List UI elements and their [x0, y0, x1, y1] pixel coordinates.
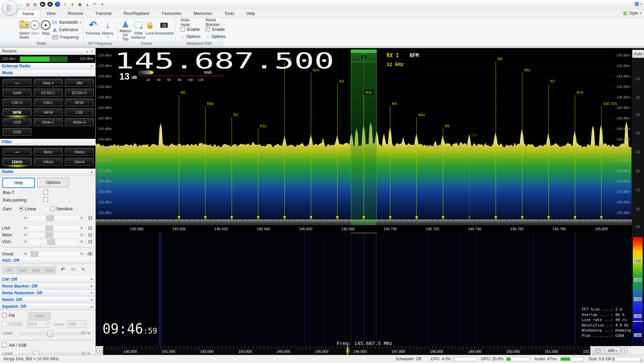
noise-blanker-enable-checkbox[interactable]	[206, 27, 210, 31]
agc-envelope-icon[interactable]: ✉	[71, 266, 75, 273]
data-packing-checkbox[interactable]	[43, 197, 48, 202]
previous-button[interactable]: ↶ Previous	[86, 19, 100, 41]
nav-scroll-left-button[interactable]: ◂	[96, 346, 103, 355]
slider-thumb[interactable]	[46, 215, 54, 221]
slider-thumb[interactable]	[45, 232, 53, 238]
filter-header[interactable]: Filter	[0, 139, 95, 146]
screenshot-button[interactable]: Screenshot	[155, 19, 174, 41]
tab-tools[interactable]: Tools	[218, 10, 240, 17]
life-ring-icon[interactable]: ◍	[25, 2, 30, 7]
mode-button-nfm[interactable]: NFM	[3, 108, 31, 116]
radio-options-button[interactable]: Options	[37, 178, 69, 187]
child-instance-button[interactable]: Child Instance	[131, 19, 145, 41]
tab-help[interactable]: Help	[240, 10, 261, 17]
agc-header[interactable]: AGC: Off	[0, 257, 95, 264]
tab-favourites[interactable]: Favourites	[156, 10, 187, 17]
mode-button-step[interactable]: Step ≡	[34, 79, 63, 87]
record-icon[interactable]: ■	[47, 2, 53, 7]
mode-button-sam[interactable]: SAM	[3, 89, 31, 97]
mode-button-cw-u[interactable]: CW-U	[3, 99, 31, 106]
agc-button-med[interactable]: Med	[29, 266, 42, 274]
spectrum-svg[interactable]: 1R0R0xR1R1xR2R2xR3R3xR4R4xR5R5xR6R6xR7R7…	[96, 48, 632, 232]
radio-collapse-icon[interactable]: ▴	[91, 169, 92, 175]
filter-button-8khz[interactable]: 8kHz	[34, 148, 63, 156]
section-header-notch-off[interactable]: Notch: Off▾	[0, 297, 95, 303]
mode-button-item[interactable]: •••	[3, 79, 31, 87]
am-ssb-checkbox[interactable]	[2, 343, 7, 347]
app-menu-button[interactable]	[3, 1, 18, 16]
tab-rec-playback[interactable]: Rec/Playback	[118, 10, 156, 17]
style-selector[interactable]: Style ▾	[623, 11, 641, 16]
filter-button-16khz[interactable]: 16kHz	[65, 158, 94, 166]
calibration-button[interactable]: Calibration	[52, 27, 81, 33]
collapse-icon[interactable]: ▴	[86, 48, 88, 55]
mode-button-bfm[interactable]: BFM	[65, 99, 94, 106]
tab-view[interactable]: View	[40, 10, 62, 17]
filter-button-12khz[interactable]: 12kHz	[3, 158, 31, 166]
radio-section-header[interactable]: Radio ▴	[0, 169, 95, 175]
mode-button-dsb[interactable]: DSB	[3, 128, 31, 136]
home-icon[interactable]: ⌂	[18, 2, 23, 7]
slider-track[interactable]	[28, 225, 78, 232]
mode-button-wfm[interactable]: WFM	[34, 108, 63, 116]
agc-button-slow[interactable]: Slow	[43, 266, 56, 274]
bandwidth-button[interactable]: Bandwidth ▾	[52, 19, 81, 26]
add-icon[interactable]: +	[55, 2, 60, 7]
auto-range-button[interactable]: Auto	[632, 50, 644, 58]
ctcss-checkbox[interactable]	[2, 322, 7, 326]
slider-thumb[interactable]	[30, 251, 39, 257]
am-level-thumb[interactable]	[33, 351, 39, 355]
nav-zoom-button[interactable]: x50 ▸	[605, 347, 620, 354]
noise-blanker-options-row[interactable]: ☼ Options	[206, 34, 225, 39]
qat-dropdown-icon[interactable]: ▾	[99, 2, 105, 7]
nav-keyboard-button[interactable]	[592, 347, 603, 354]
fm-auto-button[interactable]: Auto	[28, 312, 51, 320]
agc-undo-icon[interactable]: ↶	[61, 266, 65, 273]
automute-options-row[interactable]: ☼ Options	[181, 34, 200, 39]
tab-home[interactable]: Home	[16, 10, 40, 17]
external-radio-expand-icon[interactable]: ▾	[91, 63, 92, 69]
section-header-cw-off[interactable]: CW: Off▾	[0, 276, 95, 283]
resize-grip[interactable]	[640, 359, 643, 362]
ctcss-level-select[interactable]: 5dB▾	[67, 321, 87, 328]
always-on-top-button[interactable]: Always On Top	[119, 19, 131, 41]
ctcss-tone-select[interactable]: 67.0▾	[27, 321, 49, 328]
filter-button-10khz[interactable]: 10kHz	[65, 148, 94, 156]
fm-checkbox[interactable]	[2, 313, 7, 318]
slider-thumb[interactable]	[47, 239, 55, 245]
lock-icon[interactable]: ▮	[70, 2, 75, 7]
fm-level-slider[interactable]	[19, 333, 81, 335]
titlebar-app-icon[interactable]	[635, 2, 639, 6]
select-radio-button[interactable]: Select Radio	[19, 19, 30, 41]
agc-edit-icon[interactable]: ✎	[81, 266, 86, 273]
section-header-noise-blanker-off[interactable]: Noise Blanker: Off▾	[0, 283, 95, 290]
agc-button-off[interactable]: Off	[2, 266, 15, 274]
slider-track[interactable]	[28, 232, 78, 238]
open-folder-icon[interactable]: ▤	[32, 2, 38, 7]
mode-button-ecss-u[interactable]: ECSS-U	[65, 89, 94, 97]
automute-enable-checkbox[interactable]	[181, 27, 185, 31]
slider-thumb[interactable]	[45, 226, 53, 231]
mode-button-wide-u[interactable]: Wide-U	[65, 118, 94, 126]
mode-header[interactable]: Mode	[0, 70, 95, 77]
fm-level-thumb[interactable]	[47, 330, 53, 337]
close-icon[interactable]: ×	[91, 48, 93, 55]
stop-button[interactable]: ■ Stop	[40, 19, 51, 41]
antenna-icon[interactable]: ▲	[85, 2, 90, 7]
section-header-noise-reduction-off[interactable]: Noise Reduction: Off▾	[0, 290, 95, 297]
spectrum-display[interactable]: 1R0R0xR1R1xR2R2xR3R3xR4R4xR5R5xR6R6xR7R7…	[96, 48, 632, 232]
help-button[interactable]: Help	[2, 178, 35, 188]
mode-button-lsb[interactable]: LSB	[65, 108, 94, 116]
camera-icon[interactable]: ◉	[77, 2, 83, 7]
slider-track[interactable]	[28, 239, 78, 245]
receive-panel-header[interactable]: Receive ▴ ×	[0, 48, 95, 55]
slider-track[interactable]	[28, 251, 78, 257]
tab-memories[interactable]: Memories	[187, 10, 218, 17]
slider-track[interactable]	[28, 215, 78, 221]
filter-button-14khz[interactable]: 14kHz	[34, 158, 63, 166]
start-button[interactable]: ▶ Start	[30, 19, 41, 41]
lock-button[interactable]: Lock	[145, 19, 155, 41]
history-button[interactable]: ↓ History ▾	[100, 19, 115, 41]
nav-scroll-right-button[interactable]: ▸	[622, 348, 627, 354]
favourite-star-icon[interactable]: ★	[62, 2, 68, 7]
